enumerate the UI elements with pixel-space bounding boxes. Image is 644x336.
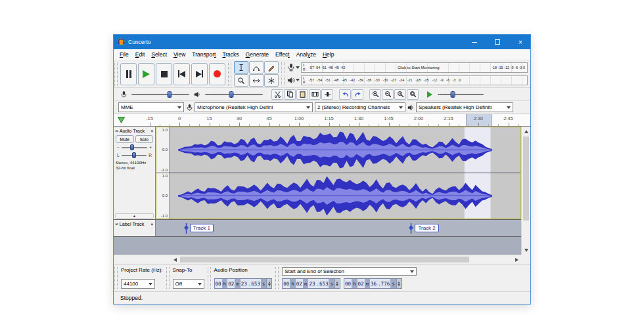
toolbar-grip[interactable] <box>166 267 170 289</box>
solo-button[interactable]: Solo <box>135 135 154 143</box>
time-segment[interactable]: 23 <box>241 279 248 288</box>
time-segment[interactable]: s <box>390 279 396 288</box>
minimize-button[interactable] <box>465 35 484 49</box>
titlebar[interactable]: Concerto × <box>114 35 530 49</box>
time-segment[interactable]: m <box>365 279 371 288</box>
playback-volume-slider[interactable] <box>205 91 263 98</box>
menu-effect[interactable]: Effect <box>272 51 293 58</box>
timeline-ruler[interactable]: -1501530451:001:151:301:452:002:152:302:… <box>114 114 530 127</box>
label-marker-icon[interactable] <box>408 223 414 235</box>
mute-button[interactable]: Mute <box>116 135 134 143</box>
toolbar-grip[interactable] <box>228 62 231 86</box>
time-segment[interactable]: 36 <box>370 279 377 288</box>
time-spinner[interactable] <box>334 279 340 288</box>
menu-tracks[interactable]: Tracks <box>219 51 242 58</box>
play-at-speed-icon[interactable] <box>425 91 435 98</box>
collapse-track-button[interactable]: ▲ <box>115 213 154 219</box>
zoom-out-button[interactable] <box>382 89 394 100</box>
vertical-ruler[interactable]: 1.0 0.0 -1.0 <box>156 173 170 219</box>
time-segment[interactable]: h <box>352 279 357 288</box>
playback-meter[interactable]: LR -57 -54 -51 -48 -45 -42 -39 -36 -33 -… <box>301 75 528 86</box>
track-menu-button[interactable]: ▼ <box>150 129 154 133</box>
track-menu-button[interactable]: ▼ <box>150 222 154 226</box>
slider-thumb[interactable] <box>168 91 172 98</box>
play-button[interactable] <box>138 63 154 85</box>
close-button[interactable]: × <box>511 35 530 49</box>
time-segment[interactable]: h <box>290 279 296 288</box>
slider-thumb[interactable] <box>229 91 233 98</box>
scroll-down-button[interactable] <box>522 245 530 255</box>
time-segment[interactable]: s <box>329 279 334 288</box>
selection-end-display[interactable]: 00h02m36.776s <box>344 278 402 289</box>
pan-slider[interactable] <box>121 152 148 159</box>
selection-mode-select[interactable]: Start and End of Selection <box>282 267 417 276</box>
menu-analyze[interactable]: Analyze <box>293 51 319 58</box>
skip-end-button[interactable] <box>191 63 208 85</box>
menu-view[interactable]: View <box>170 51 189 58</box>
scroll-left-button[interactable] <box>170 255 179 264</box>
time-segment[interactable]: .776 <box>377 279 390 288</box>
menu-select[interactable]: Select <box>148 51 170 58</box>
silence-button[interactable] <box>321 89 333 100</box>
paste-button[interactable] <box>296 89 308 100</box>
label-marker-icon[interactable] <box>183 223 189 235</box>
time-segment[interactable]: 02 <box>357 279 365 288</box>
slider-thumb[interactable] <box>130 144 134 150</box>
recording-device-select[interactable]: Microphone (Realtek High Defini <box>195 102 313 112</box>
multi-tool-button[interactable] <box>264 74 279 87</box>
undo-button[interactable] <box>339 89 351 100</box>
maximize-button[interactable] <box>488 35 507 49</box>
zoom-tool-button[interactable] <box>234 74 248 87</box>
time-segment[interactable]: m <box>235 279 241 288</box>
menu-file[interactable]: File <box>116 51 132 58</box>
cut-button[interactable] <box>271 89 283 100</box>
time-segment[interactable]: m <box>303 279 309 288</box>
vertical-scrollbar[interactable] <box>521 127 530 255</box>
playback-device-select[interactable]: Speakers (Realtek High Definiti <box>416 102 513 112</box>
time-segment[interactable]: 02 <box>296 279 303 288</box>
close-track-button[interactable]: × <box>115 129 118 134</box>
recording-meter-mic[interactable] <box>285 61 301 74</box>
toolbar-grip[interactable] <box>281 62 285 73</box>
selection-tool-button[interactable] <box>234 61 248 74</box>
audio-position-display[interactable]: 00h02m23.653s <box>214 278 273 289</box>
project-rate-select[interactable]: 44100 <box>121 279 155 289</box>
recording-volume-slider[interactable] <box>131 91 189 98</box>
menu-generate[interactable]: Generate <box>242 51 272 58</box>
scrollbar-thumb[interactable] <box>180 257 469 262</box>
fit-selection-button[interactable] <box>394 89 406 100</box>
pause-button[interactable] <box>120 63 137 85</box>
scroll-up-button[interactable] <box>522 127 530 136</box>
horizontal-scrollbar[interactable] <box>114 255 521 264</box>
label-text[interactable]: Track 2 <box>415 224 438 232</box>
toolbar-grip[interactable] <box>114 267 118 289</box>
menu-help[interactable]: Help <box>319 51 337 58</box>
trim-button[interactable] <box>309 89 321 100</box>
recording-channels-select[interactable]: 2 (Stereo) Recording Channels <box>315 102 405 112</box>
time-segment[interactable]: 02 <box>227 279 235 288</box>
track-title[interactable]: Label Track <box>120 221 149 227</box>
track-title[interactable]: Audio Track <box>120 128 149 134</box>
label-area[interactable]: Track 1Track 2 <box>156 220 521 236</box>
recording-meter[interactable]: LR -57 -54 -51 -48 -45 -42 Click to Star… <box>301 62 528 73</box>
time-segment[interactable]: .653 <box>248 279 261 288</box>
toolbar-grip[interactable] <box>208 267 211 289</box>
waveform-canvas[interactable] <box>170 173 520 219</box>
record-button[interactable] <box>209 63 225 85</box>
time-segment[interactable]: h <box>222 279 228 288</box>
timeshift-tool-button[interactable] <box>249 74 264 87</box>
time-segment[interactable]: 23 <box>308 279 315 288</box>
draw-tool-button[interactable] <box>264 61 279 74</box>
toolbar-grip[interactable] <box>281 75 285 86</box>
time-segment[interactable]: 00 <box>344 279 352 288</box>
zoom-in-button[interactable] <box>369 89 381 100</box>
copy-button[interactable] <box>284 89 296 100</box>
time-spinner[interactable] <box>266 279 271 288</box>
time-segment[interactable]: 00 <box>215 279 222 288</box>
time-segment[interactable]: s <box>261 279 267 288</box>
time-segment[interactable]: .653 <box>315 279 329 288</box>
slider-thumb[interactable] <box>451 91 455 98</box>
skip-start-button[interactable] <box>173 63 190 85</box>
fit-project-button[interactable] <box>407 89 419 100</box>
gain-slider[interactable] <box>121 144 148 151</box>
